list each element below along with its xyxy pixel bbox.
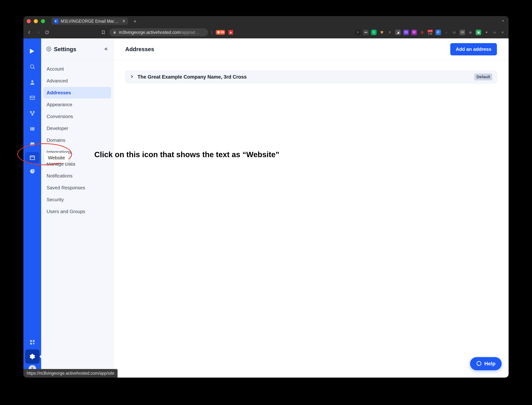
add-address-button[interactable]: Add an address [450, 43, 497, 55]
settings-item-appearance[interactable]: Appearance [43, 99, 111, 110]
tab-favicon-icon [54, 19, 59, 24]
svg-rect-12 [30, 343, 32, 344]
ext-wallet-icon[interactable]: ▭ [492, 30, 497, 35]
ext-lcp-icon[interactable]: LCP 5.26 [427, 30, 433, 35]
shield-count: 28 [220, 31, 224, 34]
help-button[interactable]: Help [470, 357, 502, 370]
ext-sun-icon[interactable]: ☼ [443, 30, 449, 35]
address-bar-row: m3lvingeorge.activehosted.com/app/ad… | … [23, 26, 509, 38]
address-row[interactable]: The Great Example Company Name, 3rd Cros… [125, 71, 497, 83]
minimize-window-button[interactable] [34, 19, 38, 23]
settings-title: Settings [54, 46, 76, 53]
settings-item-account[interactable]: Account [43, 63, 111, 75]
active-tab[interactable]: M3LVINGEORGE Email Marketin ✕ [51, 18, 128, 25]
nav-apps-icon[interactable] [23, 335, 41, 350]
ext-gray-icon[interactable]: ◢ [395, 30, 401, 35]
svg-rect-4 [33, 111, 34, 113]
ext-off-icon[interactable]: Off [460, 30, 465, 35]
status-bar: https://m3lvingeorge.activehosted.com/ap… [23, 369, 117, 378]
nav-settings-icon[interactable] [25, 350, 40, 364]
new-tab-button[interactable]: ＋ [130, 18, 139, 25]
nav-contacts-icon[interactable] [23, 74, 41, 90]
nav-website-icon[interactable]: Website [25, 152, 39, 163]
settings-item-conversions[interactable]: Conversions [43, 111, 111, 122]
chevron-right-icon [130, 74, 134, 79]
svg-rect-3 [30, 111, 32, 113]
ext-password-icon[interactable]: ••• [363, 30, 368, 35]
nav-automations-icon[interactable] [23, 105, 41, 121]
ext-puzzle-icon[interactable]: ✦ [484, 30, 489, 35]
svg-rect-6 [30, 127, 31, 130]
ext-react-icon[interactable]: ⚛ [355, 30, 361, 35]
settings-item-advanced[interactable]: Advanced [43, 75, 111, 87]
app-content: Website [23, 38, 509, 378]
browser-window: M3LVINGEORGE Email Marketin ✕ ＋ m3lvinge… [23, 16, 509, 378]
ext-green-icon[interactable]: ▣ [476, 30, 481, 35]
menu-button[interactable]: ≡ [500, 30, 505, 35]
nav-campaigns-icon[interactable] [23, 90, 41, 105]
website-tooltip: Website [44, 153, 68, 163]
settings-menu: AccountAdvancedAddressesAppearanceConver… [41, 60, 113, 220]
tab-overflow-button[interactable] [501, 19, 505, 24]
settings-item-security[interactable]: Security [43, 194, 111, 205]
app-logo-icon[interactable] [23, 43, 41, 59]
ext-brave-icon[interactable]: 🦁 [379, 30, 385, 35]
help-icon [476, 361, 482, 366]
ext-circle-icon[interactable]: ◎ [468, 30, 473, 35]
reload-button[interactable] [44, 30, 50, 35]
address-name: The Great Example Company Name, 3rd Cros… [137, 74, 247, 80]
svg-rect-10 [30, 340, 32, 342]
forward-button[interactable] [35, 30, 41, 35]
settings-item-developer[interactable]: Developer [43, 123, 111, 134]
nav-deals-icon[interactable] [23, 121, 41, 136]
tab-close-button[interactable]: ✕ [122, 19, 125, 24]
settings-item-users-and-groups[interactable]: Users and Groups [43, 206, 111, 217]
ext-braces-icon[interactable]: {a} [451, 30, 457, 35]
main-body: The Great Example Company Name, 3rd Cros… [114, 60, 509, 94]
ext-bug-icon[interactable]: 🐞 [419, 30, 425, 35]
extensions-row: ⚛ ••• G 🦁 K ◢ 33 ⓦ 🐞 LCP 5.26 IF ☼ {a} O… [355, 30, 505, 35]
url-divider: | [211, 30, 212, 35]
settings-header: Settings [41, 38, 113, 60]
back-button[interactable] [27, 30, 32, 35]
svg-rect-9 [30, 156, 34, 160]
ext-w-icon[interactable]: ⓦ [411, 30, 417, 35]
svg-rect-8 [33, 127, 34, 130]
warning-icon[interactable]: ▲ [228, 30, 233, 35]
ext-grammarly-icon[interactable]: G [371, 30, 377, 35]
ext-k-icon[interactable]: K [387, 30, 393, 35]
gear-icon [46, 47, 51, 52]
default-badge: Default [474, 74, 492, 81]
settings-item-addresses[interactable]: Addresses [43, 87, 111, 99]
lock-icon [113, 31, 116, 34]
svg-rect-7 [32, 127, 33, 130]
ext-if-icon[interactable]: IF [436, 30, 441, 35]
main-header: Addresses Add an address [114, 38, 509, 60]
main-area: Addresses Add an address The Great Examp… [114, 38, 509, 378]
settings-sidebar: Settings AccountAdvancedAddressesAppeara… [41, 38, 114, 378]
shield-badge[interactable]: 28 [216, 30, 225, 35]
settings-item-notifications[interactable]: Notifications [43, 170, 111, 182]
settings-item-domains[interactable]: Domains [43, 135, 111, 146]
tab-title: M3LVINGEORGE Email Marketin [61, 19, 120, 24]
nav-reports-icon[interactable] [23, 163, 41, 179]
svg-rect-5 [32, 114, 33, 115]
svg-point-13 [31, 367, 33, 369]
close-window-button[interactable] [27, 19, 31, 23]
svg-point-1 [31, 80, 33, 82]
nav-search-icon[interactable] [23, 59, 41, 74]
svg-point-15 [477, 362, 481, 366]
collapse-sidebar-button[interactable] [103, 47, 108, 52]
help-label: Help [484, 361, 495, 367]
svg-point-14 [48, 48, 49, 49]
svg-point-0 [30, 65, 34, 68]
url-host: m3lvingeorge.activehosted.com/app/ad… [119, 30, 200, 35]
page-title: Addresses [125, 46, 154, 53]
maximize-window-button[interactable] [41, 19, 45, 23]
nav-conversations-icon[interactable] [23, 136, 41, 152]
settings-item-saved-responses[interactable]: Saved Responses [43, 182, 111, 194]
window-controls [27, 19, 45, 23]
url-box[interactable]: m3lvingeorge.activehosted.com/app/ad… [109, 28, 208, 36]
bookmark-button[interactable] [101, 30, 106, 35]
ext-calendar-icon[interactable]: 33 [403, 30, 409, 35]
